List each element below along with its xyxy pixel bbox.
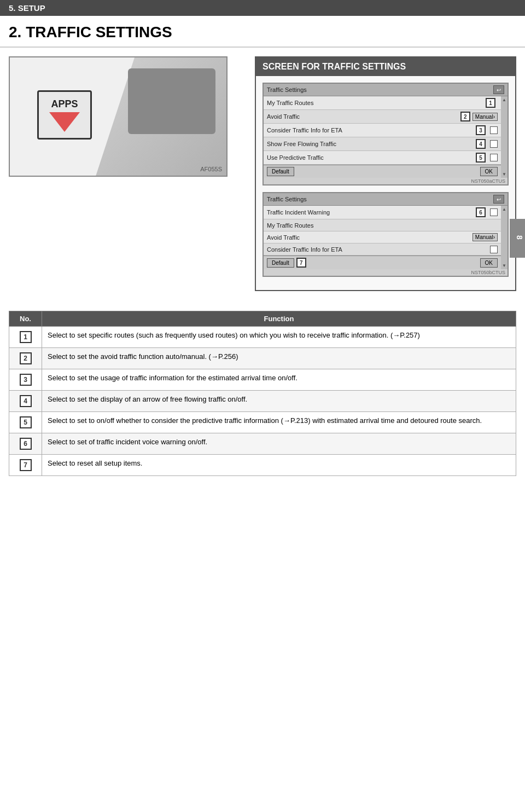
ui-row-my-routes[interactable]: My Traffic Routes	[264, 219, 501, 231]
ui-row-2[interactable]: Avoid Traffic 2 Manual›	[264, 110, 501, 124]
ui-num-badge-6: 6	[476, 207, 486, 217]
section-title: 2. TRAFFIC SETTINGS	[0, 16, 525, 48]
ui-row2-label: Avoid Traffic	[267, 113, 460, 120]
ui-row-4[interactable]: Show Free Flowing Traffic 4	[264, 137, 501, 151]
ui-screen2-code: NST050bCTUS	[264, 269, 508, 276]
col-header-func: Function	[42, 311, 516, 327]
table-cell-func: Select to reset all setup items.	[42, 455, 516, 476]
ui-manual-btn-2[interactable]: Manual›	[472, 113, 498, 121]
ui-screen1-title: Traffic Settings	[267, 86, 307, 93]
table-cell-no: 6	[9, 433, 42, 455]
ui-num-badge-3: 3	[476, 125, 486, 135]
ui-screen2-rows: Traffic Incident Warning 6 My Traffic Ro…	[264, 206, 501, 269]
ui-row-avoid-label: Avoid Traffic	[267, 234, 472, 241]
car-image-box: APPS AF055S	[9, 56, 228, 177]
ui-screen-2: Traffic Settings ↩ Traffic Incident Warn…	[262, 192, 509, 277]
ui-screen1-titlebar: Traffic Settings ↩	[264, 84, 508, 96]
ui-row3-label: Consider Traffic Info for ETA	[267, 127, 476, 134]
table-row: 4Select to set the display of an arrow o…	[9, 391, 516, 412]
ui-row6-label: Traffic Incident Warning	[267, 209, 476, 216]
function-table: No. Function 1Select to set specific rou…	[9, 311, 516, 476]
ui-row-5[interactable]: Use Predictive Traffic 5	[264, 151, 501, 165]
ui-screen2-footer: Default 7 OK	[264, 256, 501, 269]
ui-screen2-default-btn[interactable]: Default	[267, 258, 294, 268]
table-row: 5Select to set to on/off whether to cons…	[9, 412, 516, 433]
left-column: APPS AF055S	[9, 56, 244, 300]
table-cell-no: 2	[9, 348, 42, 369]
ui-screen2-scrollbar[interactable]: ▲ ▼	[501, 206, 508, 269]
ui-scroll-up-icon[interactable]: ▲	[502, 97, 506, 102]
ui-row-6[interactable]: Traffic Incident Warning 6	[264, 206, 501, 219]
ui-screen1-wrap: My Traffic Routes 1 Avoid Traffic 2 Manu…	[264, 96, 508, 178]
ui-num-badge-2: 2	[460, 112, 470, 121]
ui-row5-label: Use Predictive Traffic	[267, 154, 476, 161]
ui-row4-label: Show Free Flowing Traffic	[267, 141, 476, 147]
table-cell-no: 1	[9, 327, 42, 348]
ui-scroll-down-icon[interactable]: ▼	[502, 172, 506, 177]
table-row: 6Select to set of traffic incident voice…	[9, 433, 516, 455]
ui-checkbox-6[interactable]	[490, 208, 498, 216]
ui-manual-btn-avoid[interactable]: Manual›	[472, 233, 498, 241]
table-cell-no: 5	[9, 412, 42, 433]
table-row: 1Select to set specific routes (such as …	[9, 327, 516, 348]
table-cell-func: Select to set the avoid traffic function…	[42, 348, 516, 369]
ui-row-1[interactable]: My Traffic Routes 1	[264, 96, 501, 110]
image-label: AF055S	[200, 166, 222, 172]
table-cell-func: Select to set of traffic incident voice …	[42, 433, 516, 455]
ui-screen1-ok-btn[interactable]: OK	[480, 167, 498, 176]
ui-row-3[interactable]: Consider Traffic Info for ETA 3	[264, 124, 501, 137]
table-row: 7Select to reset all setup items.	[9, 455, 516, 476]
screen-box: SCREEN FOR TRAFFIC SETTINGS Traffic Sett…	[255, 56, 516, 291]
table-row: 3Select to set the usage of traffic info…	[9, 369, 516, 391]
num-badge-table-4: 4	[20, 395, 32, 407]
ui-row-consider[interactable]: Consider Traffic Info for ETA	[264, 243, 501, 256]
ui-screen-1: Traffic Settings ↩ My Traffic Routes 1	[262, 83, 509, 185]
right-tab: 8	[510, 219, 525, 258]
apps-button-illustration: APPS	[37, 90, 92, 140]
ui-screen2-titlebar: Traffic Settings ↩	[264, 193, 508, 206]
ui-num-badge-4: 4	[476, 139, 486, 149]
ui-num-badge-1: 1	[486, 98, 495, 108]
ui-row-my-routes-label: My Traffic Routes	[267, 222, 498, 229]
table-cell-no: 4	[9, 391, 42, 412]
ui-row-consider-label: Consider Traffic Info for ETA	[267, 246, 488, 253]
table-row: 2Select to set the avoid traffic functio…	[9, 348, 516, 369]
ui-screen1-code: NST050aCTUS	[264, 178, 508, 184]
table-cell-func: Select to set specific routes (such as f…	[42, 327, 516, 348]
ui-screen2-ok-btn[interactable]: OK	[480, 258, 498, 268]
ui-checkbox-5[interactable]	[490, 154, 498, 161]
num-badge-table-3: 3	[20, 374, 32, 386]
ui-scroll2-up-icon[interactable]: ▲	[502, 207, 506, 212]
ui-row-avoid[interactable]: Avoid Traffic Manual›	[264, 231, 501, 243]
ui-screen1-rows: My Traffic Routes 1 Avoid Traffic 2 Manu…	[264, 96, 501, 178]
ui-num-badge-7: 7	[296, 258, 306, 268]
ui-screen2-title: Traffic Settings	[267, 196, 307, 202]
ui-screen2-back-btn[interactable]: ↩	[493, 195, 504, 204]
ui-screen1-default-btn[interactable]: Default	[267, 167, 294, 176]
num-badge-table-5: 5	[20, 416, 32, 428]
table-cell-func: Select to set the display of an arrow of…	[42, 391, 516, 412]
screen-display	[128, 68, 215, 134]
num-badge-table-7: 7	[20, 459, 32, 471]
table-cell-no: 3	[9, 369, 42, 391]
ui-screen1-footer: Default OK	[264, 165, 501, 178]
ui-checkbox-4[interactable]	[490, 140, 498, 148]
ui-screen1-back-btn[interactable]: ↩	[493, 85, 504, 94]
table-section: No. Function 1Select to set specific rou…	[0, 311, 525, 485]
apps-label: APPS	[51, 98, 78, 110]
num-badge-table-1: 1	[20, 331, 32, 343]
table-cell-no: 7	[9, 455, 42, 476]
ui-screen2-wrap: Traffic Incident Warning 6 My Traffic Ro…	[264, 206, 508, 269]
screen-box-content: Traffic Settings ↩ My Traffic Routes 1	[256, 76, 515, 290]
ui-screen1-scrollbar[interactable]: ▲ ▼	[501, 96, 508, 178]
header-bar: 5. SETUP	[0, 0, 525, 16]
main-content: APPS AF055S SCREEN FOR TRAFFIC SETTINGS …	[0, 48, 525, 309]
ui-scroll2-down-icon[interactable]: ▼	[502, 263, 506, 268]
table-cell-func: Select to set the usage of traffic infor…	[42, 369, 516, 391]
screen-box-header: SCREEN FOR TRAFFIC SETTINGS	[256, 57, 515, 76]
ui-checkbox-consider[interactable]	[490, 246, 498, 253]
ui-checkbox-3[interactable]	[490, 126, 498, 134]
header-title: 5. SETUP	[9, 3, 45, 13]
num-badge-table-2: 2	[20, 352, 32, 364]
num-badge-table-6: 6	[20, 438, 32, 450]
